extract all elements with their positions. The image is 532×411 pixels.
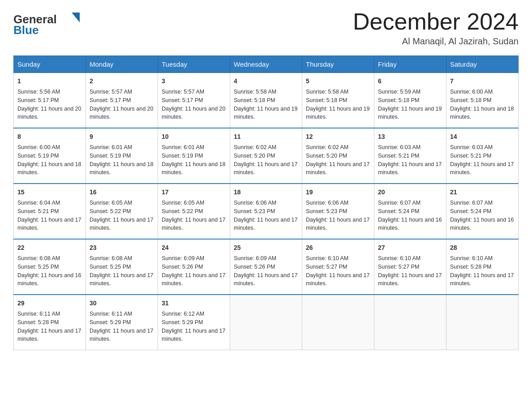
calendar-cell: 1Sunrise: 5:56 AMSunset: 5:17 PMDaylight…: [14, 73, 86, 128]
sunrise-info: Sunrise: 6:11 AM: [17, 310, 82, 318]
sunrise-info: Sunrise: 5:59 AM: [378, 88, 442, 96]
calendar-cell: 12Sunrise: 6:02 AMSunset: 5:20 PMDayligh…: [302, 128, 374, 184]
day-number: 23: [90, 243, 154, 253]
daylight-info: Daylight: 11 hours and 17 minutes.: [450, 160, 515, 177]
day-number: 4: [234, 77, 298, 86]
day-number: 2: [90, 77, 154, 86]
day-number: 5: [306, 77, 370, 86]
sunrise-info: Sunrise: 6:10 AM: [378, 254, 442, 263]
sunrise-info: Sunrise: 5:58 AM: [306, 88, 370, 96]
daylight-info: Daylight: 11 hours and 17 minutes.: [378, 160, 442, 177]
daylight-info: Daylight: 11 hours and 16 minutes.: [450, 216, 515, 233]
sunset-info: Sunset: 5:20 PM: [306, 152, 370, 160]
sunset-info: Sunset: 5:21 PM: [17, 207, 82, 216]
calendar-cell: [302, 295, 374, 350]
day-number: 17: [162, 188, 226, 197]
daylight-info: Daylight: 11 hours and 16 minutes.: [378, 216, 442, 233]
daylight-info: Daylight: 11 hours and 20 minutes.: [17, 105, 82, 122]
day-number: 25: [234, 243, 298, 253]
week-row-4: 22Sunrise: 6:08 AMSunset: 5:25 PMDayligh…: [14, 239, 519, 295]
day-number: 8: [17, 132, 82, 141]
day-number: 1: [17, 77, 82, 86]
sunset-info: Sunset: 5:21 PM: [378, 152, 442, 160]
daylight-info: Daylight: 11 hours and 17 minutes.: [90, 327, 154, 344]
sunset-info: Sunset: 5:17 PM: [162, 96, 226, 105]
calendar-cell: 20Sunrise: 6:07 AMSunset: 5:24 PMDayligh…: [374, 184, 446, 239]
month-title: December 2024: [353, 9, 519, 34]
calendar-cell: 29Sunrise: 6:11 AMSunset: 5:28 PMDayligh…: [14, 295, 86, 350]
sunrise-info: Sunrise: 5:56 AM: [17, 88, 82, 96]
sunset-info: Sunset: 5:25 PM: [90, 263, 154, 271]
sunrise-info: Sunrise: 6:04 AM: [17, 199, 82, 207]
sunset-info: Sunset: 5:22 PM: [90, 207, 154, 216]
sunset-info: Sunset: 5:29 PM: [90, 318, 154, 327]
sunrise-info: Sunrise: 6:03 AM: [378, 143, 442, 152]
location-subtitle: Al Manaqil, Al Jazirah, Sudan: [353, 36, 519, 47]
sunrise-info: Sunrise: 6:07 AM: [450, 199, 515, 207]
column-header-thursday: Thursday: [302, 56, 374, 73]
day-number: 6: [378, 77, 442, 86]
day-number: 11: [234, 132, 298, 141]
column-header-monday: Monday: [86, 56, 158, 73]
daylight-info: Daylight: 11 hours and 17 minutes.: [162, 271, 226, 288]
sunrise-info: Sunrise: 5:57 AM: [162, 88, 226, 96]
sunset-info: Sunset: 5:26 PM: [234, 263, 298, 271]
sunset-info: Sunset: 5:21 PM: [450, 152, 515, 160]
daylight-info: Daylight: 11 hours and 18 minutes.: [90, 160, 154, 177]
day-number: 16: [90, 188, 154, 197]
sunrise-info: Sunrise: 6:10 AM: [450, 254, 515, 263]
calendar-cell: 24Sunrise: 6:09 AMSunset: 5:26 PMDayligh…: [158, 239, 230, 295]
sunrise-info: Sunrise: 6:02 AM: [306, 143, 370, 152]
daylight-info: Daylight: 11 hours and 17 minutes.: [234, 160, 298, 177]
day-number: 14: [450, 132, 515, 141]
daylight-info: Daylight: 11 hours and 19 minutes.: [234, 105, 298, 122]
calendar-cell: 28Sunrise: 6:10 AMSunset: 5:28 PMDayligh…: [446, 239, 519, 295]
day-number: 15: [17, 188, 82, 197]
sunset-info: Sunset: 5:17 PM: [17, 96, 82, 105]
calendar-cell: [374, 295, 446, 350]
sunrise-info: Sunrise: 6:01 AM: [162, 143, 226, 152]
sunset-info: Sunset: 5:27 PM: [378, 263, 442, 271]
calendar-cell: 23Sunrise: 6:08 AMSunset: 5:25 PMDayligh…: [86, 239, 158, 295]
day-number: 9: [90, 132, 154, 141]
column-header-saturday: Saturday: [446, 56, 519, 73]
calendar-cell: 11Sunrise: 6:02 AMSunset: 5:20 PMDayligh…: [230, 128, 302, 184]
sunrise-info: Sunrise: 6:12 AM: [162, 310, 226, 318]
day-number: 21: [450, 188, 515, 197]
daylight-info: Daylight: 11 hours and 17 minutes.: [90, 271, 154, 288]
calendar-cell: 7Sunrise: 6:00 AMSunset: 5:18 PMDaylight…: [446, 73, 519, 128]
calendar-cell: [446, 295, 519, 350]
sunrise-info: Sunrise: 6:01 AM: [90, 143, 154, 152]
day-number: 20: [378, 188, 442, 197]
daylight-info: Daylight: 11 hours and 17 minutes.: [162, 327, 226, 344]
column-header-tuesday: Tuesday: [158, 56, 230, 73]
sunset-info: Sunset: 5:24 PM: [450, 207, 515, 216]
sunrise-info: Sunrise: 6:06 AM: [234, 199, 298, 207]
sunrise-info: Sunrise: 6:08 AM: [17, 254, 82, 263]
daylight-info: Daylight: 11 hours and 19 minutes.: [306, 105, 370, 122]
title-block: December 2024 Al Manaqil, Al Jazirah, Su…: [353, 9, 519, 47]
day-number: 28: [450, 243, 515, 253]
logo: General Blue: [13, 9, 85, 38]
daylight-info: Daylight: 11 hours and 17 minutes.: [162, 216, 226, 233]
week-row-3: 15Sunrise: 6:04 AMSunset: 5:21 PMDayligh…: [14, 184, 519, 239]
week-row-5: 29Sunrise: 6:11 AMSunset: 5:28 PMDayligh…: [14, 295, 519, 350]
column-header-sunday: Sunday: [14, 56, 86, 73]
daylight-info: Daylight: 11 hours and 18 minutes.: [450, 105, 515, 122]
page-header: General Blue December 2024 Al Manaqil, A…: [13, 9, 519, 47]
sunset-info: Sunset: 5:26 PM: [162, 263, 226, 271]
logo-svg: General Blue: [13, 9, 85, 36]
daylight-info: Daylight: 11 hours and 20 minutes.: [162, 105, 226, 122]
calendar-cell: 27Sunrise: 6:10 AMSunset: 5:27 PMDayligh…: [374, 239, 446, 295]
sunset-info: Sunset: 5:19 PM: [17, 152, 82, 160]
day-number: 7: [450, 77, 515, 86]
sunset-info: Sunset: 5:18 PM: [306, 96, 370, 105]
daylight-info: Daylight: 11 hours and 19 minutes.: [378, 105, 442, 122]
sunrise-info: Sunrise: 6:02 AM: [234, 143, 298, 152]
sunset-info: Sunset: 5:28 PM: [450, 263, 515, 271]
daylight-info: Daylight: 11 hours and 17 minutes.: [306, 160, 370, 177]
day-number: 30: [90, 299, 154, 308]
calendar-cell: 13Sunrise: 6:03 AMSunset: 5:21 PMDayligh…: [374, 128, 446, 184]
sunset-info: Sunset: 5:23 PM: [234, 207, 298, 216]
sunrise-info: Sunrise: 6:09 AM: [234, 254, 298, 263]
